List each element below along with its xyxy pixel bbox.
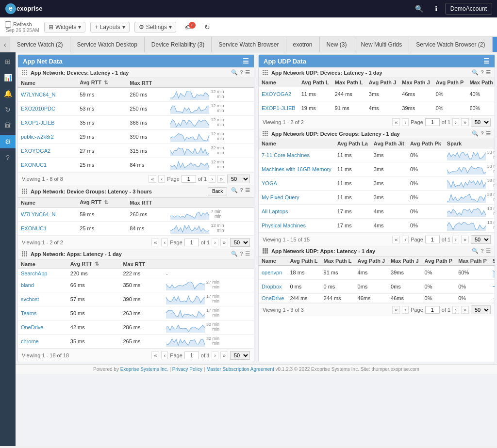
device-link[interactable]: EXOYOGA2 bbox=[21, 148, 50, 154]
page-first-r1[interactable]: « bbox=[392, 118, 400, 126]
page-prev-1[interactable]: ‹ bbox=[158, 175, 165, 183]
tab-service-watch-browser2[interactable]: Service Watch Browser (2) bbox=[409, 37, 492, 52]
layouts-button[interactable]: + Layouts ▾ bbox=[90, 22, 129, 32]
search-icon-r2[interactable]: 🔍 bbox=[472, 130, 479, 137]
app-link[interactable]: bland bbox=[21, 282, 34, 288]
page-first-r2[interactable]: « bbox=[392, 236, 400, 243]
back-button-groups[interactable]: Back bbox=[208, 187, 227, 195]
search-icon-w3[interactable]: 🔍 bbox=[231, 251, 238, 257]
app-link[interactable]: chrome bbox=[21, 338, 39, 344]
page-next-r1[interactable]: › bbox=[452, 118, 459, 126]
udp-group-link[interactable]: Machines with 16GB Memory bbox=[262, 166, 331, 172]
help-icon-r2[interactable]: ? bbox=[480, 130, 484, 137]
col-avgrtt-1[interactable]: Avg RTT ⇅ bbox=[77, 78, 127, 88]
help-icon-w1[interactable]: ? bbox=[240, 69, 243, 76]
udp-app-link[interactable]: OneDrive bbox=[262, 295, 284, 301]
sidebar-item-help[interactable]: ? bbox=[0, 151, 16, 164]
footer-company-link[interactable]: Exoprise Systems Inc. bbox=[120, 367, 168, 372]
page-first-r3[interactable]: « bbox=[392, 306, 400, 314]
tab-service-watch-desktop[interactable]: Service Watch Desktop bbox=[70, 37, 145, 52]
refresh-icon[interactable]: ↻ bbox=[200, 22, 214, 32]
tab-app-network[interactable]: App Network ✕ bbox=[493, 37, 497, 52]
page-input-3[interactable] bbox=[184, 352, 199, 359]
col-avgrtt-2[interactable]: Avg RTT ⇅ bbox=[77, 198, 127, 208]
page-next-r3[interactable]: › bbox=[452, 306, 459, 314]
device-link[interactable]: EXONUC1 bbox=[21, 162, 47, 168]
page-input-r3[interactable] bbox=[425, 306, 440, 314]
info-icon[interactable]: ℹ bbox=[431, 3, 441, 15]
udp-group-link[interactable]: 7-11 Core Machines bbox=[262, 152, 310, 158]
page-next-1[interactable]: › bbox=[209, 175, 215, 183]
group-link[interactable]: EXONUC1 bbox=[21, 225, 47, 231]
left-panel-menu-icon[interactable]: ☰ bbox=[243, 57, 249, 65]
sidebar-item-charts[interactable]: 📊 bbox=[0, 71, 16, 84]
device-link[interactable]: W7LYNC64_N bbox=[21, 92, 55, 97]
page-first-1[interactable]: « bbox=[149, 175, 156, 183]
sidebar-item-settings[interactable]: ⚙ bbox=[0, 135, 16, 148]
col-avgrtt-3[interactable]: Avg RTT ⇅ bbox=[67, 259, 120, 269]
udp-device-link[interactable]: EXOYOGA2 bbox=[262, 91, 291, 97]
page-next-3[interactable]: › bbox=[212, 352, 218, 359]
help-icon-w2[interactable]: ? bbox=[240, 187, 243, 195]
page-size-r1[interactable]: 50 bbox=[471, 118, 491, 127]
footer-subscription-link[interactable]: Master Subscription Agreement bbox=[206, 367, 274, 372]
search-icon-r1[interactable]: 🔍 bbox=[472, 69, 479, 76]
page-input-1[interactable] bbox=[182, 175, 196, 183]
tab-service-watch-browser[interactable]: Service Watch Browser bbox=[212, 37, 286, 52]
udp-app-link[interactable]: Dropbox bbox=[262, 284, 282, 289]
menu-icon-w1[interactable]: ☰ bbox=[245, 69, 250, 76]
page-size-3[interactable]: 50 bbox=[230, 351, 250, 360]
page-last-2[interactable]: » bbox=[220, 239, 228, 246]
search-icon-w2[interactable]: 🔍 bbox=[231, 187, 238, 195]
udp-group-link[interactable]: All Laptops bbox=[262, 208, 288, 214]
right-panel-menu-icon[interactable]: ☰ bbox=[483, 57, 490, 65]
tab-new3[interactable]: New (3) bbox=[320, 37, 354, 52]
page-input-r1[interactable] bbox=[425, 118, 440, 126]
udp-group-link[interactable]: Physical Machines bbox=[262, 223, 306, 228]
page-prev-3[interactable]: ‹ bbox=[161, 352, 168, 359]
device-link[interactable]: public-w2k8r2 bbox=[21, 134, 54, 140]
menu-icon-r1[interactable]: ☰ bbox=[486, 69, 491, 76]
app-link[interactable]: SearchApp bbox=[21, 271, 47, 276]
refresh-label[interactable]: Refresh bbox=[13, 21, 32, 27]
widgets-button[interactable]: ⊞ Widgets ▾ bbox=[44, 22, 85, 32]
sidebar-item-alerts[interactable]: 🔔 bbox=[0, 87, 16, 100]
page-last-r3[interactable]: » bbox=[461, 306, 469, 314]
page-input-r2[interactable] bbox=[425, 236, 440, 243]
udp-app-link[interactable]: openvpn bbox=[262, 270, 282, 275]
app-link[interactable]: Teams bbox=[21, 310, 36, 316]
page-prev-r2[interactable]: ‹ bbox=[402, 236, 409, 243]
search-icon[interactable]: 🔍 bbox=[411, 3, 427, 15]
page-input-2[interactable] bbox=[184, 239, 199, 246]
menu-icon-w3[interactable]: ☰ bbox=[245, 251, 250, 257]
page-size-r3[interactable]: 50 bbox=[471, 305, 491, 314]
sidebar-item-refresh[interactable]: ↻ bbox=[0, 103, 16, 116]
tab-service-watch[interactable]: Service Watch (2) bbox=[10, 37, 70, 52]
udp-group-link[interactable]: My Fixed Query bbox=[262, 194, 299, 200]
page-prev-r1[interactable]: ‹ bbox=[402, 118, 409, 126]
page-next-r2[interactable]: › bbox=[452, 236, 459, 243]
device-link[interactable]: EXO2010PDC bbox=[21, 106, 55, 112]
app-link[interactable]: svchost bbox=[21, 296, 39, 302]
page-size-1[interactable]: 50 100 bbox=[227, 175, 250, 183]
udp-group-link[interactable]: YOGA bbox=[262, 180, 277, 186]
menu-icon-w2[interactable]: ☰ bbox=[245, 187, 250, 195]
tab-exotron[interactable]: exotron bbox=[286, 37, 320, 52]
search-icon-r3[interactable]: 🔍 bbox=[472, 248, 479, 254]
menu-icon-r3[interactable]: ☰ bbox=[486, 248, 491, 254]
help-icon-r3[interactable]: ? bbox=[480, 248, 484, 254]
refresh-checkbox[interactable] bbox=[5, 21, 11, 28]
tab-new-multi-grids[interactable]: New Multi Grids bbox=[354, 37, 410, 52]
account-menu[interactable]: DemoAccount bbox=[445, 3, 492, 15]
page-last-r2[interactable]: » bbox=[461, 236, 469, 243]
page-prev-r3[interactable]: ‹ bbox=[402, 306, 409, 314]
page-first-3[interactable]: « bbox=[151, 352, 159, 359]
footer-privacy-link[interactable]: Privacy Policy bbox=[172, 367, 202, 372]
help-icon-r1[interactable]: ? bbox=[480, 69, 484, 76]
menu-icon-r2[interactable]: ☰ bbox=[486, 130, 491, 137]
page-last-1[interactable]: » bbox=[217, 175, 225, 183]
search-icon-w1[interactable]: 🔍 bbox=[231, 69, 238, 76]
page-first-2[interactable]: « bbox=[151, 239, 159, 246]
page-last-r1[interactable]: » bbox=[461, 118, 469, 126]
sidebar-item-dashboard[interactable]: ⊞ bbox=[0, 55, 16, 68]
